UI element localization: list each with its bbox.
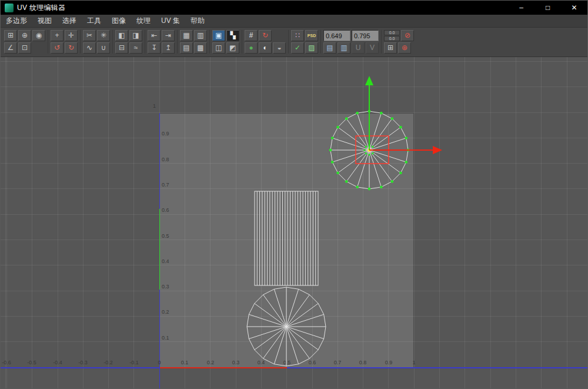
layout-along-u-icon[interactable]: ▥ [194,30,207,41]
menu-image[interactable]: 图像 [106,15,131,27]
rotation-snap-stack[interactable]: 0.00.0 [384,30,400,41]
scale-uv-icon[interactable]: ✛ [65,30,78,41]
u-coordinate-field[interactable] [323,30,350,41]
paste-v-icon[interactable]: V [366,42,379,54]
rotation-snap-cw-button[interactable]: 0.0 [384,30,400,35]
stack-shells-icon[interactable]: ▩ [194,42,207,54]
split-uvs-icon[interactable]: ✳ [97,30,110,41]
menu-polygons[interactable]: 多边形 [1,15,32,27]
uv-lattice-tool-icon[interactable]: ⊞ [4,30,17,41]
flip-u-icon[interactable]: ◧ [115,30,128,41]
reload-texture-icon[interactable]: ↻ [259,30,272,41]
tools-group: ⊞⊕◉∠⊡ [2,30,48,54]
align-group: ⇤⇥↧↥ [145,30,178,54]
uv-smudge-tool-icon[interactable]: ◉ [32,30,45,41]
uv-editor-canvas[interactable]: -0.6-0.5-0.4-0.3-0.2-0.100.10.20.30.40.5… [1,57,587,388]
flip-v-icon[interactable]: ◨ [129,30,142,41]
image-display-group: ▣▚◫◩ [210,30,242,54]
view-toggles-group: #↻●◐◒ [242,30,289,54]
layout-group: ▦▥▤▩ [178,30,210,54]
delete-image-icon[interactable]: ⊘ [401,30,414,41]
checker-display-icon[interactable]: ▚ [226,30,239,41]
uv-snapshot-icon[interactable]: ✓ [291,42,304,54]
pixel-snap-grid-icon[interactable]: ⊞ [384,42,397,54]
clear-selection-icon[interactable]: ⊕ [398,42,411,54]
tile-image-icon[interactable]: ◫ [212,42,225,54]
menu-uv-sets[interactable]: UV 集 [156,15,185,27]
v-coordinate-field[interactable] [352,30,379,41]
menu-select[interactable]: 选择 [57,15,82,27]
align-min-v-icon[interactable]: ↧ [148,42,161,54]
transform-group: +✛↺↻ [48,30,81,54]
unfold-uvs-icon[interactable]: ⊟ [115,42,128,54]
bake-editor-texture-icon[interactable]: ▨ [305,42,318,54]
uv-texture-editor-window: UV 纹理编辑器 – □ ✕ 多边形视图选择工具图像纹理UV 集帮助 ⊞⊕◉∠⊡… [0,0,588,389]
move-manipulator[interactable] [365,76,442,154]
tweak-uv-tool-icon[interactable]: ⊡ [18,42,31,54]
cut-uv-edges-icon[interactable]: ✂ [83,30,96,41]
sew-uv-edges-icon[interactable]: ∿ [83,42,96,54]
menu-view[interactable]: 视图 [32,15,57,27]
uv-shell-cap-bottom[interactable] [247,287,326,366]
snap-group: 0.00.0⊘⊞⊕ [382,30,416,54]
move-and-sew-icon[interactable]: ∪ [97,42,110,54]
manipulator-v-arrowhead [365,76,373,85]
cut-sew-group: ✂✳∿∪ [81,30,113,54]
window-controls: – □ ✕ [508,1,587,15]
align-max-v-icon[interactable]: ↥ [162,42,175,54]
grid-toggle-icon[interactable]: # [245,30,258,41]
display-rgb-icon[interactable]: ● [245,42,258,54]
rotation-snap-ccw-button[interactable]: 0.0 [384,36,400,41]
coords-group: ▤▥UV [321,30,382,54]
maximize-button[interactable]: □ [534,1,561,15]
display-alpha-icon[interactable]: ◐ [259,42,272,54]
menu-tool[interactable]: 工具 [82,15,106,27]
relax-uvs-icon[interactable]: ≈ [129,42,142,54]
dim-image-icon[interactable]: ◒ [273,42,286,54]
window-title: UV 纹理编辑器 [17,3,65,13]
layout-uvs-icon[interactable]: ▦ [180,30,193,41]
toolbar: ⊞⊕◉∠⊡+✛↺↻✂✳∿∪◧◨⊟≈⇤⇥↧↥▦▥▤▩▣▚◫◩#↻●◐◒∷PSD✓▨… [1,28,587,57]
flip-group: ◧◨⊟≈ [113,30,145,54]
close-button[interactable]: ✕ [561,1,587,15]
align-min-u-icon[interactable]: ⇤ [148,30,161,41]
align-max-u-icon[interactable]: ⇥ [162,30,175,41]
move-uv-icon[interactable]: + [51,30,64,41]
canvas-overlay-svg [1,57,587,388]
app-icon [5,4,14,12]
display-image-icon[interactable]: ▣ [212,30,225,41]
paste-u-icon[interactable]: U [352,42,365,54]
titlebar: UV 纹理编辑器 – □ ✕ [1,1,587,15]
shade-uvs-icon[interactable]: ◩ [226,42,239,54]
minimize-button[interactable]: – [508,1,534,15]
manipulator-u-arrowhead [433,146,442,154]
psd-group: ∷PSD✓▨ [289,30,321,54]
move-uv-shell-tool-icon[interactable]: ⊕ [18,30,31,41]
uv-shell-cylinder-side[interactable] [255,191,318,285]
update-psd-icon[interactable]: ∷ [291,30,304,41]
paste-uvs-icon[interactable]: ▥ [338,42,350,54]
menubar: 多边形视图选择工具图像纹理UV 集帮助 [1,15,587,28]
select-shortest-edge-path-tool-icon[interactable]: ∠ [4,42,17,54]
rotate-uv-cw-icon[interactable]: ↻ [65,42,78,54]
menu-texture[interactable]: 纹理 [131,15,156,27]
copy-uvs-icon[interactable]: ▤ [323,42,336,54]
rotate-uv-ccw-icon[interactable]: ↺ [51,42,64,54]
menu-help[interactable]: 帮助 [185,15,210,27]
create-psd-icon[interactable]: PSD [305,30,318,41]
layout-along-v-icon[interactable]: ▤ [180,42,193,54]
